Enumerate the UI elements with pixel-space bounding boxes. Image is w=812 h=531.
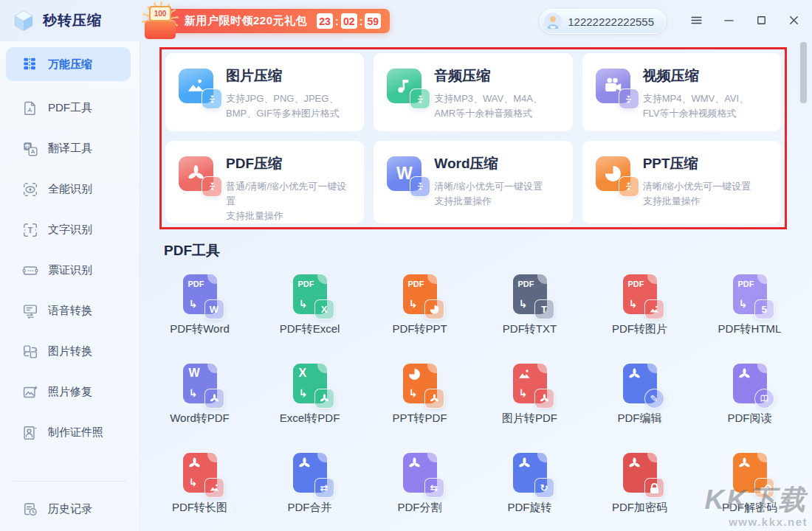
tool-label: PDF转长图 [172,501,227,515]
tool-pdf-split[interactable]: ⇆PDF分割 [365,444,475,531]
sidebar-item-pdf-tools[interactable]: PDF工具 [0,88,140,128]
acrobat-badge-icon [314,389,334,409]
promo-banner[interactable]: 100 新用户限时领220元礼包 23 : 02 : 59 [149,9,390,33]
sidebar-item-label: 万能压缩 [48,58,92,72]
feature-card-desc: 支持JPG、PNG、JPEG、 BMP、GIF等多种图片格式 [226,91,340,121]
history-icon [22,502,38,518]
tool-label: PDF转Word [170,322,230,336]
sidebar-item-omni-ocr[interactable]: 全能识别 [0,169,140,209]
page-fold [537,274,547,284]
sidebar-item-universal-compress[interactable]: 万能压缩 [6,47,131,81]
sidebar-item-voice-convert[interactable]: 语音转换 [0,291,140,331]
pdf-tools-grid: PDF↳WPDF转WordPDF↳XPDF转ExcelPDF↳PDF转PPTPD… [145,266,805,531]
sidebar-item-ticket-ocr[interactable]: 票证识别 [0,250,140,291]
pdf-edit-icon: ✎ [623,364,657,403]
feature-card-image-compress[interactable]: 图片压缩支持JPG、PNG、JPEG、 BMP、GIF等多种图片格式 [165,53,364,131]
pdf-encrypt-icon [623,453,657,493]
tool-pdf-merge[interactable]: ⇄PDF合并 [255,444,365,531]
text-ocr-icon: T [22,222,38,238]
sidebar-item-label: 语音转换 [48,304,92,318]
pdf-rotate-icon: ↻ [513,453,547,493]
tool-pdf-to-excel[interactable]: PDF↳XPDF转Excel [255,266,365,355]
feature-card-audio-compress[interactable]: 音频压缩支持MP3、WAV、M4A、 AMR等十余种音频格式 [374,53,572,131]
page-fold [427,453,437,462]
ticket-ocr-icon [22,263,38,279]
tool-label: PDF转HTML [718,322,782,336]
sidebar-item-image-convert[interactable]: 图片转换 [0,331,140,372]
page-fold [647,364,657,373]
universal-compress-icon [22,56,38,72]
pdf-to-html-icon: PDF↳5 [733,274,767,314]
pdf-to-ppt-icon: PDF↳ [403,274,437,314]
pdf-compress-icon [179,156,213,191]
close-icon[interactable] [781,7,806,32]
feature-card-pdf-compress[interactable]: PDF压缩普通/清晰/缩小优先可一键设置 支持批量操作 [165,141,364,223]
feature-card-word-compress[interactable]: WWord压缩清晰/缩小优先可一键设置 支持批量操作 [374,141,572,223]
app-window: 秒转压缩 100 新用户限时领220元礼包 23 : 02 : 59 [0,0,812,531]
page-fold [647,453,657,462]
sidebar-item-label: 制作证件照 [48,426,103,440]
svg-text:T: T [28,226,33,235]
tool-pdf-rotate[interactable]: ↻PDF旋转 [475,444,585,531]
pdf-read-icon [733,364,767,403]
page-fold [427,364,437,373]
countdown-seconds: 59 [365,13,381,29]
minimize-icon[interactable] [716,7,741,32]
tool-pdf-to-image[interactable]: PDF↳PDF转图片 [585,266,695,355]
tool-word-to-pdf[interactable]: W↳Word转PDF [145,355,255,444]
tool-pdf-to-html[interactable]: PDF↳5PDF转HTML [695,266,805,355]
app-logo-cube-icon [12,9,35,32]
app-logo: 秒转压缩 [12,9,102,32]
tool-pdf-read[interactable]: PDF阅读 [695,355,805,444]
page-fold [317,274,327,284]
tool-pdf-decrypt[interactable]: PDF解密码 [695,444,805,531]
countdown-minutes: 02 [341,13,357,29]
sidebar-item-label: 照片修复 [48,385,92,399]
scrollbar-thumb[interactable] [800,42,807,103]
app-title: 秒转压缩 [43,11,102,30]
tool-pdf-encrypt[interactable]: PDF加密码 [585,444,695,531]
audio-compress-icon [387,69,422,103]
feature-card-title: 视频压缩 [643,66,749,86]
sidebar-item-text-ocr[interactable]: T文字识别 [0,209,140,250]
page-fold [757,364,767,373]
page-fold [207,274,217,284]
tool-pdf-edit[interactable]: ✎PDF编辑 [585,355,695,444]
sidebar: 万能压缩PDF工具申A翻译工具全能识别T文字识别票证识别语音转换图片转换照片修复… [0,41,140,531]
user-account-pill[interactable]: 12222222222555 [540,9,666,34]
tool-label: Excel转PDF [280,412,340,426]
tool-ppt-to-pdf[interactable]: ↳PPT转PDF [365,355,475,444]
pdf-tools-section-title: PDF工具 [164,241,220,260]
pie-badge-icon [424,299,444,319]
acrobat-badge-icon [534,389,554,409]
pdf-decrypt-icon [733,453,767,493]
tool-excel-to-pdf[interactable]: X↳Excel转PDF [255,355,365,444]
user-account-number: 12222222222555 [568,15,654,28]
sidebar-item-photo-repair[interactable]: 照片修复 [0,372,140,412]
compress-badge-icon [410,176,430,197]
feature-card-video-compress[interactable]: 视频压缩支持MP4、WMV、AVI、 FLV等十余种视频格式 [582,53,781,131]
pdf-to-excel-icon: PDF↳X [293,274,327,314]
tool-label: PDF合并 [288,501,332,515]
compress-badge-icon [619,88,639,109]
sidebar-item-translate-tools[interactable]: 申A翻译工具 [0,128,140,169]
sidebar-item-history[interactable]: 历史记录 [0,489,140,530]
tool-label: Word转PDF [170,412,230,426]
feature-card-title: Word压缩 [434,154,543,173]
ppt-to-pdf-icon: ↳ [403,364,437,403]
feature-card-desc: 支持MP3、WAV、M4A、 AMR等十余种音频格式 [434,91,543,121]
tool-pdf-to-txt[interactable]: PDF↳TPDF转TXT [475,266,585,355]
tool-image-to-pdf[interactable]: ↳图片转PDF [475,355,585,444]
compress-badge-icon [202,176,222,197]
tool-pdf-to-long-image[interactable]: ↳PDF转长图 [145,444,255,531]
countdown-colon: : [335,15,339,27]
page-fold [207,364,217,373]
menu-icon[interactable] [684,7,709,32]
tool-pdf-to-ppt[interactable]: PDF↳PDF转PPT [365,266,475,355]
feature-card-ppt-compress[interactable]: PPT压缩清晰/缩小优先可一键设置 支持批量操作 [582,141,781,223]
unlock-badge-icon [754,478,774,498]
ppt-compress-icon [596,156,630,191]
sidebar-item-id-photo[interactable]: 制作证件照 [0,412,140,453]
tool-pdf-to-word[interactable]: PDF↳WPDF转Word [145,266,255,355]
maximize-icon[interactable] [749,7,774,32]
